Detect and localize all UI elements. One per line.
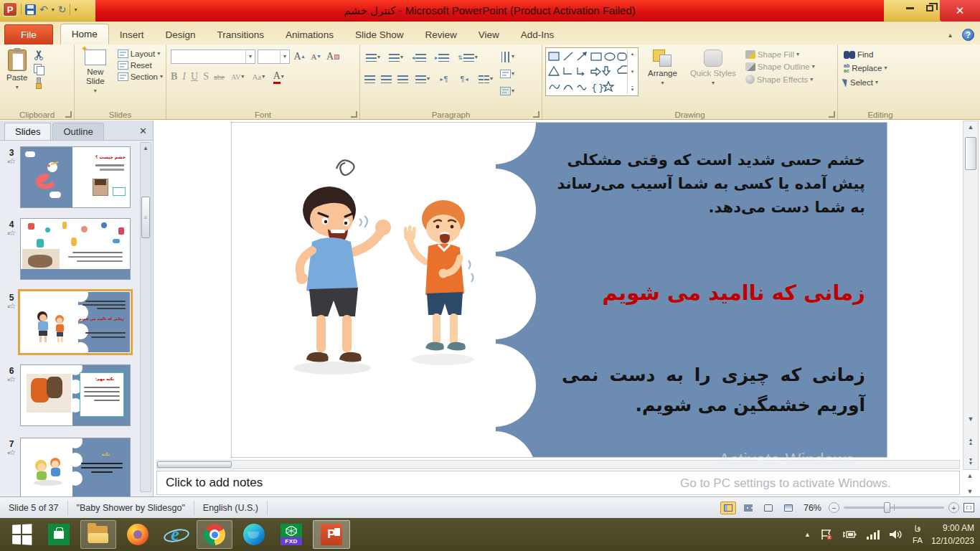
slide-thumbnail-4[interactable] [20,218,131,280]
clear-formatting-button[interactable]: A [325,50,341,64]
slide-canvas[interactable]: خشم حسی شدید است که وقتی مشکلی پیش آمده … [231,122,887,458]
close-button[interactable]: ✕ [940,0,980,22]
reading-view-button[interactable] [760,501,776,514]
notes-scroll-arrows[interactable]: ▲▼ [962,472,978,495]
battery-icon[interactable] [842,529,857,540]
panel-tab-outline[interactable]: Outline [52,123,103,140]
minimize-button[interactable] [900,0,920,16]
shape-outline-button[interactable]: Shape Outline▾ [745,62,815,71]
cut-icon[interactable] [34,50,44,60]
taskbar-internet-explorer-icon[interactable]: e [159,520,191,549]
zoom-out-button[interactable]: − [829,502,839,513]
taskbar-powerpoint-icon[interactable]: P [313,520,350,549]
taskbar-chrome-icon[interactable] [197,520,232,549]
language-indicator-tray[interactable]: فا FA [913,523,923,546]
slide-body-text[interactable]: خشم حسی شدید است که وقتی مشکلی پیش آمده … [546,149,865,220]
theme-name[interactable]: "Baby Shower by Slidesgo" [68,501,194,515]
save-icon[interactable] [25,4,36,15]
drawing-dialog-launcher[interactable] [829,111,835,118]
font-size-combobox[interactable]: ▾ [258,50,290,64]
shape-effects-button[interactable]: Shape Effects▾ [745,75,815,84]
tab-transitions[interactable]: Transitions [207,25,275,44]
taskbar-file-explorer-icon[interactable] [80,520,116,549]
zoom-slider-thumb[interactable] [884,502,890,513]
numbering-button[interactable]: ▾ [387,50,405,65]
taskbar-fxd-icon[interactable]: FXD [275,520,307,549]
tab-design[interactable]: Design [155,25,207,44]
vertical-scrollbar[interactable]: ▲ ▼ ▴▴ ▾▾ [963,121,979,470]
text-direction-button[interactable]: ▾ [499,50,516,64]
shapes-gallery[interactable]: { } ▴▾▾ [545,47,639,96]
panel-tab-slides[interactable]: Slides [4,123,51,140]
taskbar-edge-icon[interactable] [238,520,270,549]
fit-to-window-button[interactable] [963,503,974,512]
paste-button[interactable]: Paste▾ [3,47,31,93]
customize-qat-icon[interactable]: ▾ [74,6,77,13]
tab-add-ins[interactable]: Add-Ins [510,25,565,44]
character-spacing-button[interactable]: AV▾ [230,70,245,84]
copy-icon[interactable] [34,64,44,74]
paragraph-dialog-launcher[interactable] [533,111,540,118]
shapes-gallery-scroll[interactable]: ▴▾▾ [627,50,637,94]
font-name-combobox[interactable]: ▾ [171,50,255,64]
tab-view[interactable]: View [468,25,510,44]
bold-button[interactable]: B [171,71,177,83]
slideshow-view-button[interactable] [781,501,796,514]
italic-button[interactable]: I [182,71,186,83]
increase-indent-button[interactable]: ▸ [433,50,451,65]
slide-thumbnail-6[interactable]: نکته مهم: [20,364,131,426]
ltr-direction-button[interactable]: ▸¶ [437,72,451,86]
new-slide-button[interactable]: New Slide▾ [77,47,113,96]
change-case-button[interactable]: Aa▾ [250,70,266,84]
scroll-down-icon[interactable]: ▼ [963,413,978,425]
language-indicator[interactable]: English (U.S.) [194,501,268,515]
panel-scrollbar-thumb[interactable]: ≡ [141,197,150,238]
scrollbar-thumb[interactable] [965,137,976,170]
bullets-button[interactable]: ▾ [364,50,382,65]
zoom-in-button[interactable]: + [948,502,959,513]
justify-button[interactable]: ▾ [414,72,431,86]
replace-button[interactable]: abacReplace▾ [844,63,920,73]
panel-scrollbar[interactable]: ▲ ≡ [140,142,151,492]
align-left-button[interactable] [364,75,375,83]
select-button[interactable]: Select▾ [844,77,920,87]
convert-smartart-button[interactable]: ▾ [499,84,516,98]
volume-icon[interactable] [888,529,904,540]
slide-red-heading[interactable]: زمانی که ناامید می شویم [590,281,865,305]
previous-slide-button[interactable]: ▴▴ [963,438,978,445]
quick-styles-button[interactable]: Quick Styles▾ [687,47,740,88]
underline-button[interactable]: U [191,71,198,83]
decrease-indent-button[interactable]: ◂ [410,50,428,65]
section-button[interactable]: Section▾ [118,72,163,81]
find-button[interactable]: Find [844,50,920,59]
arrange-button[interactable]: Arrange▾ [644,47,681,88]
slide-thumbnail-5-selected[interactable]: زمانی که ناامید می شویم [20,291,131,353]
shrink-font-button[interactable]: A▾ [308,50,323,64]
slide-thumbnail-7[interactable]: نکته [20,438,131,499]
layout-button[interactable]: Layout▾ [118,50,163,58]
slide-sorter-view-button[interactable] [740,501,756,514]
rtl-direction-button[interactable]: ¶◂ [457,72,471,86]
align-center-button[interactable] [381,75,392,83]
strikethrough-button[interactable]: abe [214,72,225,81]
text-shadow-button[interactable]: S [203,71,209,83]
slide-bottom-text[interactable]: زمانی که چیزی را به دست نمی آوریم خشمگین… [562,360,865,420]
clock[interactable]: 9:00 AM 12/10/2023 [931,522,974,547]
columns-button[interactable]: ▾ [477,72,494,86]
reset-button[interactable]: Reset [118,61,163,70]
undo-dropdown-icon[interactable]: ▾ [52,6,55,13]
zoom-slider[interactable] [844,507,944,509]
font-dialog-launcher[interactable] [351,111,357,118]
collapse-ribbon-icon[interactable]: ▴ [946,29,955,40]
grow-font-button[interactable]: A▴ [292,50,306,64]
restore-button[interactable] [920,0,940,16]
horizontal-scrollbar-thumb[interactable] [157,461,232,468]
scroll-up-icon[interactable]: ▲ [963,121,978,133]
action-center-icon[interactable] [819,529,834,540]
tab-review[interactable]: Review [414,25,467,44]
undo-icon[interactable]: ↶ [39,4,48,14]
tab-file[interactable]: File [4,24,53,44]
clipboard-dialog-launcher[interactable] [65,111,72,118]
start-button[interactable] [6,520,37,549]
tab-insert[interactable]: Insert [109,25,155,44]
